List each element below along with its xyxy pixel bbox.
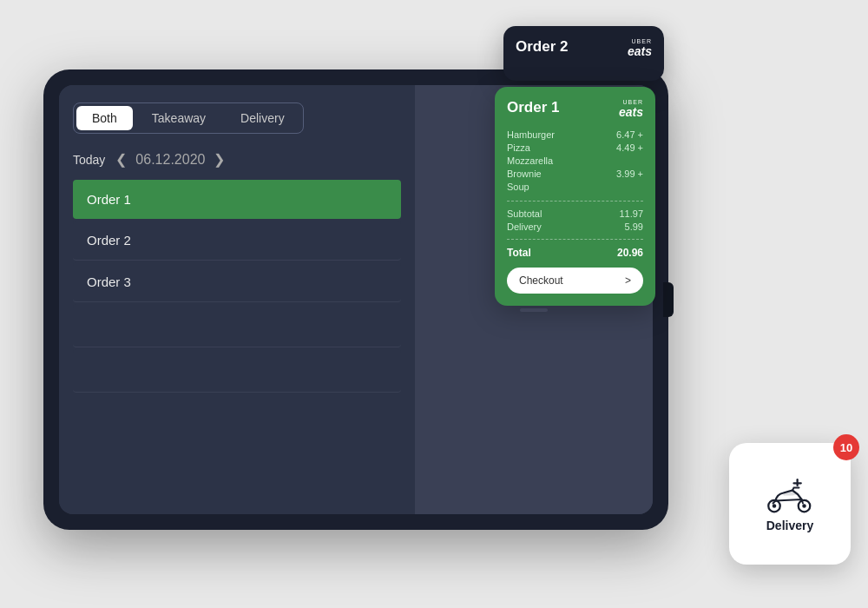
delivery-fee-label: Delivery bbox=[507, 221, 542, 232]
svg-point-5 bbox=[773, 504, 777, 508]
tab-both[interactable]: Both bbox=[76, 106, 133, 130]
item-hamburger-name: Hamburger bbox=[507, 129, 555, 140]
total-label: Total bbox=[507, 247, 531, 259]
order-item-4 bbox=[73, 304, 401, 347]
tab-delivery[interactable]: Delivery bbox=[225, 106, 300, 130]
divider-1 bbox=[507, 201, 643, 202]
subtotal-label: Subtotal bbox=[507, 208, 542, 219]
order-list: Order 1 Order 2 Order 3 bbox=[73, 180, 401, 393]
checkout-label: Checkout bbox=[519, 274, 563, 287]
order1-eats-text: eats bbox=[619, 106, 643, 119]
checkout-button[interactable]: Checkout > bbox=[507, 268, 643, 294]
item-brownie-name: Brownie bbox=[507, 169, 542, 179]
item-brownie-price: 3.99 + bbox=[616, 169, 643, 179]
item-soup-name: Soup bbox=[507, 182, 529, 192]
screen-left-panel: Both Takeaway Delivery Today ❮ 06.12.202… bbox=[59, 85, 415, 514]
order2-title: Order 2 bbox=[516, 38, 568, 56]
item-hamburger-price: 6.47 + bbox=[616, 129, 643, 140]
item-mozzarella-name: Mozzarella bbox=[507, 155, 553, 166]
tablet-side-button bbox=[663, 282, 674, 317]
tab-group: Both Takeaway Delivery bbox=[73, 102, 304, 134]
order1-item-pizza: Pizza 4.49 + bbox=[507, 142, 643, 153]
delivery-badge: 10 bbox=[833, 434, 859, 460]
order2-ubereats-logo: UBER eats bbox=[628, 38, 652, 58]
order-item-1[interactable]: Order 1 bbox=[73, 180, 401, 219]
order1-items-list: Hamburger 6.47 + Pizza 4.49 + Mozzarella… bbox=[507, 129, 643, 192]
current-date: 06.12.2020 bbox=[135, 152, 205, 168]
delivery-widget[interactable]: 10 Delivery bbox=[729, 443, 851, 565]
order-item-3[interactable]: Order 3 bbox=[73, 262, 401, 302]
svg-point-3 bbox=[802, 504, 806, 508]
today-label: Today bbox=[73, 153, 105, 167]
date-navigation: ❮ 06.12.2020 ❯ bbox=[115, 151, 225, 168]
order-item-5 bbox=[73, 349, 401, 393]
order2-eats-text: eats bbox=[628, 45, 652, 58]
h-line-3 bbox=[520, 308, 548, 312]
delivery-row: Delivery 5.99 bbox=[507, 221, 643, 232]
prev-date-button[interactable]: ❮ bbox=[115, 151, 127, 168]
delivery-fee-value: 5.99 bbox=[625, 221, 643, 232]
subtotal-row: Subtotal 11.97 bbox=[507, 208, 643, 219]
order2-card[interactable]: Order 2 UBER eats bbox=[503, 26, 664, 81]
checkout-arrow-icon: > bbox=[625, 274, 631, 287]
delivery-widget-label: Delivery bbox=[766, 519, 813, 532]
next-date-button[interactable]: ❯ bbox=[214, 151, 225, 168]
item-pizza-price: 4.49 + bbox=[616, 142, 643, 153]
total-value: 20.96 bbox=[617, 247, 643, 259]
date-row: Today ❮ 06.12.2020 ❯ bbox=[73, 151, 401, 168]
order-item-2[interactable]: Order 2 bbox=[73, 221, 401, 261]
order1-item-hamburger: Hamburger 6.47 + bbox=[507, 129, 643, 140]
item-pizza-name: Pizza bbox=[507, 142, 530, 153]
scooter-icon bbox=[764, 476, 816, 515]
order1-item-brownie: Brownie 3.99 + bbox=[507, 169, 643, 179]
order1-ubereats-logo: UBER eats bbox=[619, 99, 643, 119]
order1-card-header: Order 1 UBER eats bbox=[507, 99, 643, 119]
order1-item-mozzarella: Mozzarella bbox=[507, 155, 643, 166]
order2-card-header: Order 2 UBER eats bbox=[516, 38, 652, 58]
tab-takeaway[interactable]: Takeaway bbox=[136, 106, 221, 130]
divider-2 bbox=[507, 239, 643, 240]
order1-item-soup: Soup bbox=[507, 182, 643, 192]
subtotal-value: 11.97 bbox=[619, 208, 643, 219]
order1-title: Order 1 bbox=[507, 99, 559, 116]
svg-rect-1 bbox=[792, 482, 802, 484]
total-row: Total 20.96 bbox=[507, 247, 643, 259]
order1-card[interactable]: Order 1 UBER eats Hamburger 6.47 + Pizza… bbox=[495, 87, 655, 306]
